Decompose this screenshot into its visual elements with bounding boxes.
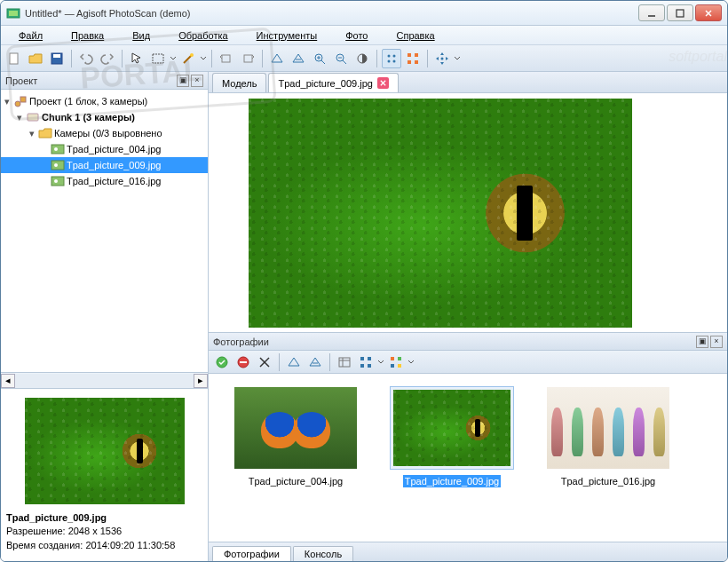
chevron-down-icon[interactable] bbox=[200, 55, 207, 62]
details-icon[interactable] bbox=[335, 352, 354, 372]
contrast-icon[interactable] bbox=[352, 49, 372, 68]
menu-help[interactable]: Справка bbox=[382, 28, 448, 43]
persp-icon[interactable] bbox=[284, 352, 304, 372]
svg-point-25 bbox=[393, 59, 396, 62]
svg-rect-3 bbox=[677, 10, 684, 17]
grid-icon[interactable] bbox=[382, 49, 401, 68]
maximize-button[interactable] bbox=[667, 4, 693, 21]
tree-camera-item[interactable]: Tpad_picture_009.jpg bbox=[1, 157, 208, 173]
svg-rect-13 bbox=[244, 55, 252, 62]
thumbnail-item[interactable]: Tpad_picture_004.jpg bbox=[225, 386, 367, 487]
scroll-right-icon[interactable]: ▸ bbox=[194, 374, 208, 388]
chevron-down-icon[interactable] bbox=[408, 359, 415, 366]
preview-created: Время создания: 2014:09:20 11:30:58 bbox=[6, 540, 175, 550]
disable-icon[interactable] bbox=[233, 352, 253, 372]
redo-icon[interactable] bbox=[98, 49, 117, 68]
svg-point-24 bbox=[388, 59, 391, 62]
tree-cameras-group[interactable]: ▾ Камеры (0/3 выровнено bbox=[1, 125, 208, 141]
document-tabs: Модель Tpad_picture_009.jpg bbox=[209, 72, 727, 93]
panel-close-icon[interactable]: × bbox=[191, 75, 203, 87]
svg-line-15 bbox=[321, 60, 325, 64]
tab-photos[interactable]: Фотографии bbox=[212, 546, 291, 561]
wand-icon[interactable] bbox=[178, 49, 198, 68]
thumbnail-item[interactable]: Tpad_picture_009.jpg bbox=[381, 386, 523, 487]
project-tree[interactable]: ▾ Проект (1 блок, 3 камеры) ▾ Chunk 1 (3… bbox=[1, 90, 208, 372]
preview-resolution: Разрешение: 2048 x 1536 bbox=[6, 526, 122, 536]
rotate-left-icon[interactable] bbox=[217, 49, 236, 68]
menu-file[interactable]: Файл bbox=[4, 28, 57, 43]
tree-item-label: Tpad_picture_016.jpg bbox=[67, 176, 161, 186]
tree-chunk[interactable]: ▾ Chunk 1 (3 камеры) bbox=[1, 109, 208, 125]
tree-scrollbar[interactable]: ◂ ▸ bbox=[1, 372, 208, 388]
menu-view[interactable]: Вид bbox=[118, 28, 164, 43]
menu-tools[interactable]: Инструменты bbox=[242, 28, 332, 43]
chevron-down-icon[interactable] bbox=[377, 359, 384, 366]
rotate-right-icon[interactable] bbox=[238, 49, 257, 68]
grid-color-icon[interactable] bbox=[386, 352, 406, 372]
undock-icon[interactable]: ▣ bbox=[177, 75, 189, 87]
persp2-icon[interactable] bbox=[305, 352, 325, 372]
zoom-in-icon[interactable] bbox=[310, 49, 329, 68]
move-icon[interactable] bbox=[432, 49, 452, 68]
enable-icon[interactable] bbox=[212, 352, 232, 372]
tree-item-label: Tpad_picture_009.jpg bbox=[67, 160, 161, 170]
tree-camera-item[interactable]: Tpad_picture_004.jpg bbox=[1, 141, 208, 157]
tree-root[interactable]: ▾ Проект (1 блок, 3 камеры) bbox=[1, 93, 208, 109]
svg-rect-52 bbox=[360, 364, 364, 368]
apps-icon[interactable] bbox=[403, 49, 423, 68]
tab-console[interactable]: Консоль bbox=[293, 546, 353, 561]
preview-thumbnail bbox=[25, 398, 185, 504]
svg-rect-33 bbox=[28, 114, 38, 121]
photos-panel-title: Фотографии bbox=[213, 336, 269, 347]
zoom-out-icon[interactable] bbox=[331, 49, 351, 68]
tree-root-label: Проект (1 блок, 3 камеры) bbox=[29, 96, 147, 107]
svg-rect-28 bbox=[408, 60, 411, 64]
menu-process[interactable]: Обработка bbox=[164, 28, 241, 43]
title-bar: Untitled* — Agisoft PhotoScan (demo) bbox=[1, 1, 727, 26]
undo-icon[interactable] bbox=[76, 49, 96, 68]
undock-icon[interactable]: ▣ bbox=[696, 336, 708, 348]
menu-photo[interactable]: Фото bbox=[331, 28, 382, 43]
project-panel-header: Проект ▣ × bbox=[1, 72, 208, 90]
svg-rect-54 bbox=[391, 357, 394, 360]
view-mode-icon[interactable] bbox=[356, 352, 376, 372]
preview-panel: Tpad_picture_009.jpg Разрешение: 2048 x … bbox=[1, 388, 208, 561]
main-toolbar bbox=[1, 45, 727, 72]
delete-icon[interactable] bbox=[255, 352, 274, 372]
menu-edit[interactable]: Правка bbox=[57, 28, 118, 43]
photos-panel-header: Фотографии ▣ × bbox=[209, 333, 727, 351]
pointer-icon[interactable] bbox=[127, 49, 146, 68]
svg-rect-29 bbox=[415, 60, 418, 64]
close-button[interactable] bbox=[695, 4, 722, 21]
tab-close-icon[interactable] bbox=[377, 77, 389, 89]
tab-model[interactable]: Модель bbox=[212, 73, 266, 92]
chevron-down-icon[interactable] bbox=[454, 55, 461, 62]
svg-rect-47 bbox=[339, 358, 350, 367]
new-icon[interactable] bbox=[4, 49, 24, 68]
svg-point-37 bbox=[54, 163, 58, 167]
rect-select-icon[interactable] bbox=[148, 49, 168, 68]
scroll-left-icon[interactable]: ◂ bbox=[1, 374, 15, 388]
minimize-button[interactable] bbox=[638, 4, 665, 21]
thumbnail-item[interactable]: Tpad_picture_016.jpg bbox=[537, 386, 679, 487]
svg-rect-27 bbox=[415, 53, 418, 57]
panel-close-icon[interactable]: × bbox=[710, 336, 723, 348]
svg-rect-55 bbox=[398, 357, 401, 360]
menu-bar: Файл Правка Вид Обработка Инструменты Фо… bbox=[1, 26, 727, 45]
photos-panel: Фотографии ▣ × bbox=[209, 332, 727, 561]
project-panel-title: Проект bbox=[5, 75, 37, 86]
tree-camera-item[interactable]: Tpad_picture_016.jpg bbox=[1, 173, 208, 189]
chevron-down-icon[interactable] bbox=[170, 55, 177, 62]
svg-rect-6 bbox=[10, 53, 18, 64]
svg-point-30 bbox=[441, 57, 444, 59]
persp-icon[interactable] bbox=[267, 49, 287, 68]
persp2-icon[interactable] bbox=[289, 49, 308, 68]
photos-toolbar bbox=[209, 351, 727, 374]
tab-active-image[interactable]: Tpad_picture_009.jpg bbox=[268, 73, 398, 92]
open-icon[interactable] bbox=[26, 49, 45, 68]
image-viewer[interactable] bbox=[209, 93, 727, 332]
tree-cameras-label: Камеры (0/3 выровнено bbox=[54, 128, 162, 139]
svg-point-39 bbox=[54, 179, 58, 183]
save-icon[interactable] bbox=[47, 49, 67, 68]
svg-line-19 bbox=[343, 60, 346, 64]
